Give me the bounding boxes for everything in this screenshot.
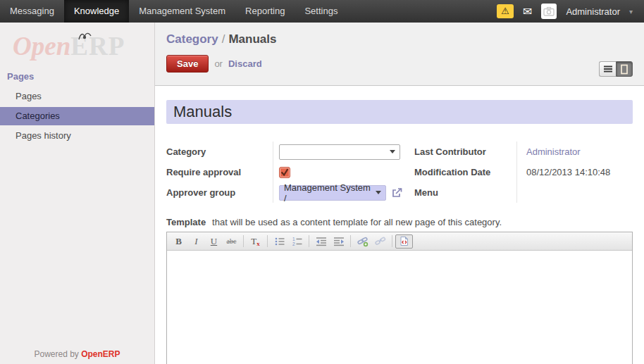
mail-icon[interactable]: ✉ — [523, 5, 532, 18]
or-label: or — [214, 58, 223, 69]
approver-group-select[interactable]: Management System / — [279, 185, 386, 201]
strikethrough-button[interactable]: abc — [223, 234, 240, 249]
require-approval-checkbox[interactable] — [279, 167, 290, 178]
indent-button[interactable] — [330, 234, 347, 249]
powered-by-text: Powered by — [34, 349, 78, 359]
breadcrumb-separator: / — [218, 32, 229, 46]
chevron-down-icon[interactable]: ▾ — [629, 8, 633, 15]
field-row-approver-group: Approver group Management System / — [166, 182, 414, 203]
view-switcher — [599, 61, 633, 77]
italic-button[interactable]: I — [187, 234, 205, 249]
bold-button[interactable]: B — [170, 234, 187, 249]
open-record-button[interactable] — [391, 187, 403, 199]
user-menu[interactable]: Administrator — [566, 6, 620, 17]
breadcrumb: Category/Manuals — [166, 23, 633, 46]
openerp-logo: OpenERP — [13, 31, 154, 61]
breadcrumb-current: Manuals — [228, 32, 276, 46]
template-content-editable[interactable] — [167, 251, 632, 364]
template-section-header: Templatethat will be used as a content t… — [166, 217, 633, 227]
source-code-icon — [399, 236, 409, 246]
bulleted-list-button[interactable] — [271, 234, 288, 249]
outdent-button[interactable] — [312, 234, 330, 249]
toolbar-separator — [243, 235, 244, 247]
unlink-button[interactable] — [371, 234, 389, 249]
toolbar-separator — [350, 235, 351, 247]
last-contributor-label: Last Contributor — [414, 142, 516, 162]
category-select[interactable] — [279, 144, 400, 160]
sidebar-item-pages[interactable]: Pages — [0, 87, 154, 106]
field-row-last-contributor: Last Contributor Administrator — [414, 142, 633, 162]
powered-by: Powered by OpenERP — [0, 349, 154, 359]
warning-icon[interactable]: ⚠ — [497, 4, 514, 18]
menu-knowledge[interactable]: Knowledge — [64, 0, 129, 23]
field-row-modification-date: Modification Date 08/12/2013 14:10:48 — [414, 162, 633, 182]
list-view-icon — [603, 65, 613, 73]
approver-group-label: Approver group — [166, 182, 273, 203]
indent-icon — [333, 236, 345, 247]
top-navbar: Messaging Knowledge Management System Re… — [0, 0, 644, 23]
sidebar: OpenERP Pages Pages Categories Pages his… — [0, 23, 155, 364]
discard-button[interactable]: Discard — [228, 58, 262, 69]
link-icon — [357, 236, 369, 247]
numbered-list-button[interactable]: 1 2 — [288, 234, 306, 249]
menu-messaging[interactable]: Messaging — [0, 0, 64, 23]
ant-icon — [75, 30, 96, 41]
menu-settings[interactable]: Settings — [295, 0, 347, 23]
require-approval-label: Require approval — [166, 162, 273, 182]
fields-right-column: Last Contributor Administrator Modificat… — [414, 142, 633, 203]
bulleted-list-icon — [274, 236, 285, 247]
category-label: Category — [166, 142, 273, 162]
topbar-right: ⚠ ✉ Administrator ▾ — [497, 0, 644, 23]
breadcrumb-category[interactable]: Category — [166, 32, 218, 46]
remove-format-x: x — [256, 240, 260, 247]
remove-format-button[interactable]: Tx — [247, 234, 264, 249]
template-help-text: that will be used as a content template … — [212, 217, 502, 227]
field-row-category: Category — [166, 142, 414, 162]
menu-reporting[interactable]: Reporting — [235, 0, 295, 23]
fields-left-column: Category Require approval — [166, 142, 414, 203]
last-contributor-value[interactable]: Administrator — [526, 146, 581, 157]
field-row-menu: Menu — [414, 182, 633, 203]
toolbar-separator — [309, 235, 309, 247]
link-button[interactable] — [354, 234, 371, 249]
underline-button[interactable]: U — [205, 234, 223, 249]
numbered-list-icon: 1 2 — [292, 236, 303, 247]
approver-group-value: Management System / — [284, 182, 371, 203]
main-content: Category/Manuals Save or Discard — [155, 23, 644, 364]
rich-text-editor: B I U abc Tx — [166, 232, 633, 364]
field-row-require-approval: Require approval — [166, 162, 414, 182]
menu-management-system[interactable]: Management System — [129, 0, 235, 23]
avatar[interactable] — [541, 4, 557, 19]
sidebar-section-pages: Pages — [0, 61, 154, 87]
source-button[interactable] — [395, 234, 413, 249]
action-row: Save or Discard — [166, 55, 633, 73]
form-view-button[interactable] — [616, 61, 633, 77]
check-icon — [280, 168, 290, 177]
modification-date-label: Modification Date — [414, 162, 516, 182]
openerp-brand-link[interactable]: OpenERP — [81, 349, 120, 359]
list-view-button[interactable] — [599, 61, 616, 77]
toolbar-separator — [267, 235, 268, 247]
category-title-field[interactable]: Manuals — [166, 100, 633, 124]
logo-open-text: Open — [13, 32, 70, 61]
editor-toolbar: B I U abc Tx — [167, 232, 632, 251]
camera-placeholder-icon — [543, 6, 555, 17]
main-header: Category/Manuals Save or Discard — [155, 23, 644, 86]
chevron-down-icon — [390, 150, 395, 153]
toolbar-separator — [392, 235, 392, 247]
chevron-down-icon — [376, 191, 381, 194]
sidebar-item-pages-history[interactable]: Pages history — [0, 127, 154, 145]
sidebar-item-categories[interactable]: Categories — [0, 107, 154, 125]
template-label: Template — [166, 217, 206, 227]
outdent-icon — [316, 236, 327, 247]
fields-area: Category Require approval — [166, 142, 633, 203]
svg-text:2: 2 — [292, 241, 295, 246]
form-sheet: Manuals Category — [155, 86, 644, 364]
form-view-icon — [619, 64, 629, 75]
svg-text:1: 1 — [292, 236, 295, 241]
external-link-icon — [391, 187, 403, 199]
save-button[interactable]: Save — [166, 55, 209, 73]
openerp-app: Messaging Knowledge Management System Re… — [0, 0, 644, 364]
menu-label: Menu — [414, 182, 516, 203]
modification-date-value: 08/12/2013 14:10:48 — [526, 167, 610, 177]
